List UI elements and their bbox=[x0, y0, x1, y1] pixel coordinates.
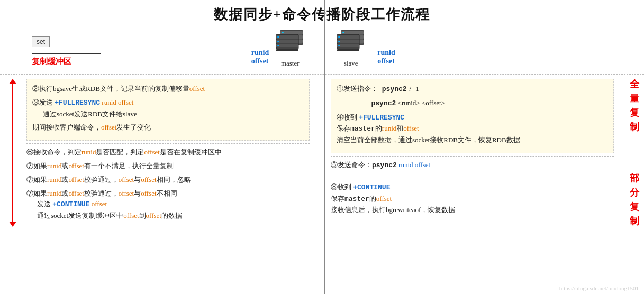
set-button[interactable]: set bbox=[32, 36, 50, 47]
offset-h9: offset bbox=[119, 189, 134, 197]
offset-h11: offset bbox=[403, 124, 419, 132]
partial-sync-left: ⑥接收命令，判定runid是否匹配，判定offset是否在复制缓冲区中 ⑦如果r… bbox=[26, 143, 310, 227]
right-partial-line-2: ⑧收到 +CONTINUE 保存master的offset 接收信息后，执行bg… bbox=[331, 182, 614, 216]
right-top: slave runid offset bbox=[322, 29, 628, 70]
content-area: ②执行bgsave生成RDB文件，记录当前的复制偏移量offset ③发送 +F… bbox=[0, 74, 644, 231]
offset-h3: offset bbox=[144, 148, 159, 156]
right-content: ①发送指令： psync2 ? -1 psync2 <runid> <offse… bbox=[318, 75, 624, 231]
runid-offset-1: runid offset bbox=[102, 98, 133, 106]
master-label: master bbox=[281, 59, 300, 68]
slave-offset-label: offset bbox=[377, 57, 395, 66]
offset-h4: offset bbox=[68, 162, 84, 170]
master-runid-label: runid bbox=[251, 49, 269, 57]
vertical-divider bbox=[324, 0, 325, 294]
psync2-cmd-2: psync2 bbox=[371, 99, 396, 107]
right-full-line-2: psync2 <runid> <offset> bbox=[347, 98, 608, 109]
svg-rect-26 bbox=[338, 41, 340, 42]
left-partial-line-4: ⑦如果runid或offset校验通过，offset与offset不相同 发送 … bbox=[26, 188, 310, 222]
socket-fubei: 通过socket发送复制缓冲区中offset到offset的数据 bbox=[37, 212, 182, 219]
fullresync-cmd: +FULLRESYNC bbox=[55, 99, 100, 107]
master-word-2: master bbox=[344, 195, 369, 203]
svg-rect-10 bbox=[276, 40, 298, 43]
page-title: 数据同步+命令传播阶段工作流程 bbox=[0, 0, 644, 26]
slave-label: slave bbox=[344, 59, 358, 68]
runid-h5: runid bbox=[382, 124, 396, 132]
partial-sync-right: ⑤发送命令：psync2 runid offset ⑧收到 +CONTINUE … bbox=[331, 156, 614, 221]
slave-server-icon bbox=[335, 29, 367, 58]
svg-rect-16 bbox=[341, 31, 364, 34]
continue-cmd: 发送 +CONTINUE offset bbox=[37, 200, 107, 208]
offset-h12: offset bbox=[376, 195, 392, 203]
offset-highlight-2: offset bbox=[101, 123, 116, 131]
left-partial-line-1: ⑥接收命令，判定runid是否匹配，判定offset是否在复制缓冲区中 bbox=[26, 147, 310, 158]
runid-h3: runid bbox=[47, 176, 61, 183]
left-content: ②执行bgsave生成RDB文件，记录当前的复制偏移量offset ③发送 +F… bbox=[0, 75, 318, 231]
right-full-line-1: ①发送指令： psync2 ? -1 bbox=[337, 84, 608, 95]
offset-h5: offset bbox=[68, 176, 84, 183]
svg-rect-17 bbox=[342, 32, 344, 33]
runid-h2: runid bbox=[47, 162, 61, 170]
svg-rect-24 bbox=[338, 36, 340, 38]
arrow-line bbox=[12, 80, 13, 226]
svg-rect-23 bbox=[337, 35, 359, 39]
left-full-line-2: ③发送 +FULLRESYNC runid offset 通过socket发送R… bbox=[32, 97, 304, 120]
runid-offset-2: runid offset bbox=[398, 161, 430, 169]
slave-runid-label: runid bbox=[377, 49, 395, 57]
svg-rect-11 bbox=[277, 41, 279, 42]
svg-rect-14 bbox=[276, 49, 298, 51]
right-full-line-3: ④收到 +FULLRESYNC 保存master的runid和offset 清空… bbox=[337, 112, 608, 146]
top-section: set 复制缓冲区 runid offset bbox=[0, 26, 644, 70]
svg-rect-28 bbox=[338, 45, 340, 46]
watermark: https://blog.csdn.net/luodong1501 bbox=[559, 285, 639, 291]
continue-recv: +CONTINUE bbox=[353, 183, 390, 191]
svg-rect-1 bbox=[280, 31, 303, 34]
left-arrow bbox=[8, 75, 19, 231]
svg-rect-9 bbox=[277, 36, 279, 38]
offset-h10: offset bbox=[141, 189, 156, 197]
full-sync-left: ②执行bgsave生成RDB文件，记录当前的复制偏移量offset ③发送 +F… bbox=[26, 79, 310, 141]
slave-info: runid offset bbox=[377, 49, 395, 66]
svg-rect-8 bbox=[276, 35, 298, 39]
svg-rect-12 bbox=[276, 44, 298, 47]
left-partial-line-2: ⑦如果runid或offset有一个不满足，执行全量复制 bbox=[26, 161, 310, 172]
master-server-icon bbox=[274, 29, 306, 58]
right-partial-line-1: ⑤发送命令：psync2 runid offset bbox=[331, 160, 614, 171]
svg-rect-29 bbox=[337, 49, 359, 51]
svg-rect-2 bbox=[282, 32, 284, 33]
runid-h4: runid bbox=[47, 189, 61, 197]
left-full-line-3: 期间接收客户端命令，offset发生了变化 bbox=[32, 122, 304, 133]
left-partial-line-3: ⑦如果runid或offset校验通过，offset与offset相同，忽略 bbox=[26, 174, 310, 186]
fubei-label: 复制缓冲区 bbox=[32, 57, 71, 67]
left-top: set 复制缓冲区 runid offset bbox=[16, 29, 322, 70]
left-full-line-1: ②执行bgsave生成RDB文件，记录当前的复制偏移量offset bbox=[32, 84, 304, 95]
offset-h8: offset bbox=[68, 189, 84, 197]
offset-h6: offset bbox=[119, 176, 134, 183]
master-offset-label: offset bbox=[251, 57, 269, 66]
arrow-head-bottom bbox=[9, 222, 16, 227]
full-sync-right: ①发送指令： psync2 ? -1 psync2 <runid> <offse… bbox=[331, 79, 614, 153]
master-info: runid offset bbox=[251, 49, 269, 66]
offset-h7: offset bbox=[141, 176, 156, 183]
svg-rect-27 bbox=[337, 44, 359, 47]
svg-rect-13 bbox=[277, 45, 279, 46]
offset-highlight-1: offset bbox=[189, 85, 205, 93]
socket-send: 通过socket发送RDB文件给slave bbox=[43, 110, 137, 118]
main-container: 数据同步+命令传播阶段工作流程 set 复制缓冲区 runid offset bbox=[0, 0, 644, 294]
master-word: master bbox=[350, 125, 375, 133]
full-sync-label: 全量复制 bbox=[629, 77, 640, 134]
svg-rect-25 bbox=[337, 40, 359, 43]
psync2-cmd-3: psync2 bbox=[372, 161, 397, 169]
psync2-cmd-1: psync2 bbox=[378, 85, 407, 93]
runid-h1: runid bbox=[81, 148, 96, 156]
fullresync-recv: +FULLRESYNC bbox=[359, 114, 404, 122]
partial-sync-label: 部分复制 bbox=[629, 171, 640, 228]
